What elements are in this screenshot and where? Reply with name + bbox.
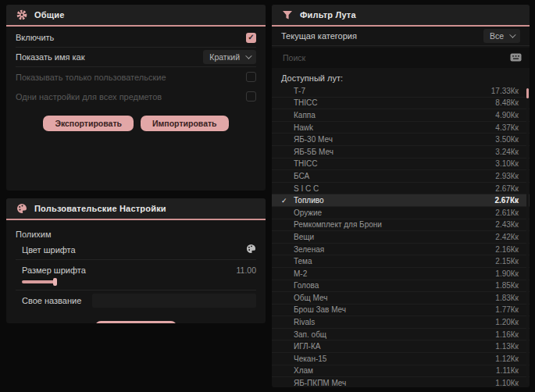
loot-row[interactable]: ЯБ-30 Меч 3.50Кк bbox=[272, 134, 530, 146]
loot-row[interactable]: S I C C 2.67Кк bbox=[272, 183, 530, 195]
loot-item-value: 4.90Кк bbox=[495, 111, 519, 119]
available-loot-label: Доступный лут: bbox=[272, 69, 530, 85]
loot-row[interactable]: THICC 8.48Кк bbox=[272, 98, 530, 110]
enable-label: Включить bbox=[16, 33, 54, 42]
loot-row[interactable]: Ремкомплект для Брони 2.43Кк bbox=[272, 219, 530, 232]
font-color-label: Цвет шрифта bbox=[22, 245, 76, 255]
loot-item-value: 1.20Кк bbox=[495, 318, 519, 326]
loot-row[interactable]: Зап. общ 1.16Кк bbox=[272, 329, 530, 341]
search-row bbox=[272, 48, 530, 68]
loot-row[interactable]: Хлам 1.11Кк bbox=[272, 365, 530, 378]
loot-item-name: Чекан-15 bbox=[294, 355, 495, 363]
slider-handle[interactable] bbox=[53, 278, 57, 286]
loot-item-name: Каппа bbox=[294, 111, 495, 119]
category-dropdown[interactable]: Все bbox=[483, 29, 520, 43]
palette-settings-icon bbox=[16, 203, 27, 214]
only-custom-label: Показывать только пользовательские bbox=[16, 73, 166, 82]
loot-filter-panel: Фильтр Лута Текущая категория Все Досту bbox=[272, 5, 530, 387]
general-panel: Общие Включить ✓ Показать имя как Кратки… bbox=[6, 5, 266, 191]
loot-item-value: 8.48Кк bbox=[495, 98, 519, 107]
loot-row[interactable]: Чекан-15 1.12Кк bbox=[272, 353, 530, 365]
gear-icon bbox=[16, 9, 27, 20]
loot-item-value: 2.42Кк bbox=[495, 233, 519, 241]
only-custom-checkbox bbox=[246, 72, 256, 82]
loot-row[interactable]: Брош Зав Меч 1.77Кк bbox=[272, 305, 530, 317]
keyboard-icon[interactable] bbox=[510, 51, 522, 65]
category-dropdown-value: Все bbox=[490, 31, 504, 41]
custom-settings-title: Пользовательские Настройки bbox=[34, 204, 166, 213]
loot-item-value: 1.77Кк bbox=[495, 305, 519, 314]
loot-item-name: Оружие bbox=[294, 208, 495, 217]
loot-item-value: 1.83Кк bbox=[495, 294, 519, 302]
loot-row[interactable]: Общ Меч 1.83Кк bbox=[272, 292, 530, 305]
font-size-value: 11.00 bbox=[237, 265, 257, 275]
font-size-slider[interactable] bbox=[22, 280, 256, 283]
loot-item-name: Зап. общ bbox=[294, 330, 495, 339]
loot-item-value: 1.90Кк bbox=[495, 269, 519, 278]
loot-item-value: 17.33Кк bbox=[491, 87, 519, 95]
loot-item-value: 2.61Кк bbox=[495, 208, 519, 217]
loot-row[interactable]: ✓ Топливо 2.67Кк bbox=[272, 194, 530, 207]
loot-item-value: 2.93Кк bbox=[495, 172, 519, 180]
loot-row[interactable]: М-2 1.90Кк bbox=[272, 268, 530, 280]
loot-row[interactable]: Вещи 2.42Кк bbox=[272, 231, 530, 244]
export-button[interactable]: Экспортировать bbox=[43, 116, 134, 131]
loot-item-value: 2.16Кк bbox=[495, 245, 519, 254]
loot-row[interactable]: Голова 1.85Кк bbox=[272, 280, 530, 293]
enable-checkbox[interactable]: ✓ bbox=[246, 33, 256, 43]
font-size-row: Размер шрифта 11.00 bbox=[16, 260, 256, 290]
check-icon: ✓ bbox=[281, 197, 294, 205]
same-settings-row: Одни настройки для всех предметов bbox=[16, 87, 256, 106]
loot-row[interactable]: Rivals 1.20Кк bbox=[272, 316, 530, 329]
funnel-icon bbox=[282, 9, 293, 20]
custom-settings-panel: Пользовательские Настройки Полихим Цвет … bbox=[6, 198, 266, 323]
loot-row[interactable]: Hawk 4.37Кк bbox=[272, 122, 530, 134]
loot-item-value: 4.37Кк bbox=[495, 123, 519, 132]
loot-row[interactable]: Каппа 4.90Кк bbox=[272, 109, 530, 122]
name-display-dropdown[interactable]: Краткий bbox=[203, 50, 256, 64]
loot-item-name: Hawk bbox=[294, 123, 495, 132]
loot-list: Т-7 17.33Кк THICC 8.48Кк Каппа 4.90Кк Ha… bbox=[272, 85, 530, 387]
slider-fill bbox=[22, 280, 55, 283]
loot-item-value: 2.15Кк bbox=[495, 257, 519, 265]
custom-name-row: Свое название bbox=[16, 290, 256, 310]
loot-item-value: 3.10Кк bbox=[495, 159, 519, 168]
loot-item-name: Голова bbox=[294, 281, 495, 290]
loot-row[interactable]: Т-7 17.33Кк bbox=[272, 85, 530, 98]
color-palette-icon[interactable] bbox=[246, 243, 256, 257]
loot-item-value: 2.43Кк bbox=[495, 220, 519, 229]
loot-item-value: 3.50Кк bbox=[495, 135, 519, 144]
loot-row[interactable]: THICC 3.10Кк bbox=[272, 159, 530, 171]
loot-row[interactable]: Оружие 2.61Кк bbox=[272, 207, 530, 219]
loot-list-scrollbar[interactable] bbox=[526, 87, 529, 383]
loot-item-name: БСА bbox=[294, 172, 495, 180]
loot-item-value: 1.12Кк bbox=[495, 355, 519, 363]
loot-row[interactable]: ЯБ-5Б Меч 3.24Кк bbox=[272, 146, 530, 159]
loot-item-name: Ремкомплект для Брони bbox=[294, 220, 495, 229]
loot-item-name: ИГЛ-КА bbox=[294, 342, 495, 351]
loot-row[interactable]: ЯБ-ПКПМ Меч 1.10Кк bbox=[272, 377, 530, 387]
same-settings-label: Одни настройки для всех предметов bbox=[16, 92, 162, 102]
loot-item-value: 1.85Кк bbox=[495, 281, 519, 290]
loot-item-name: М-2 bbox=[294, 269, 495, 278]
chevron-down-icon bbox=[509, 31, 515, 37]
search-input[interactable] bbox=[283, 53, 510, 62]
loot-item-value: 1.16Кк bbox=[495, 330, 519, 339]
general-panel-header: Общие bbox=[6, 5, 266, 27]
loot-filter-title: Фильтр Лута bbox=[300, 10, 356, 20]
category-row: Текущая категория Все bbox=[272, 27, 530, 46]
custom-settings-header: Пользовательские Настройки bbox=[6, 198, 266, 220]
delete-button[interactable]: Удалить bbox=[95, 321, 176, 323]
custom-name-label: Свое название bbox=[22, 296, 81, 305]
loot-row[interactable]: Тема 2.15Кк bbox=[272, 255, 530, 268]
loot-row[interactable]: Зеленая 2.16Кк bbox=[272, 244, 530, 256]
loot-row[interactable]: БСА 2.93Кк bbox=[272, 170, 530, 183]
loot-item-name: THICC bbox=[294, 98, 495, 107]
chevron-down-icon bbox=[245, 52, 251, 59]
font-color-row: Цвет шрифта bbox=[16, 241, 256, 260]
loot-item-value: 1.11Кк bbox=[496, 366, 519, 375]
import-button[interactable]: Импортировать bbox=[141, 116, 229, 131]
custom-name-input[interactable] bbox=[92, 294, 256, 308]
loot-row[interactable]: ИГЛ-КА 1.13Кк bbox=[272, 340, 530, 353]
scrollbar-thumb[interactable] bbox=[526, 88, 529, 98]
